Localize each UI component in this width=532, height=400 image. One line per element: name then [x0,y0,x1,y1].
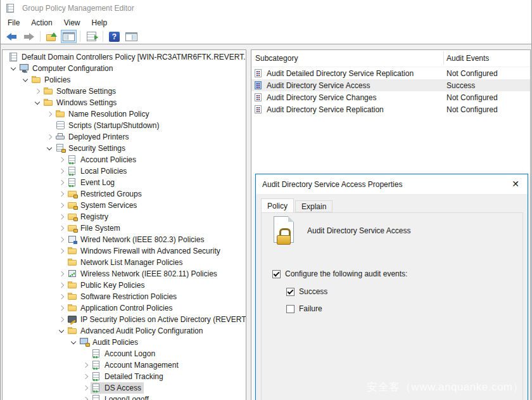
tree-chevron-icon[interactable] [56,247,66,255]
tree-item[interactable]: Application Control Policies [3,302,246,314]
column-header-audit-events[interactable]: Audit Events [446,54,489,63]
list-item[interactable]: Audit Detailed Directory Service Replica… [251,67,530,79]
tree-item[interactable]: Software Restriction Policies [3,291,246,302]
tree-item[interactable]: Event Log [3,177,246,188]
list-item[interactable]: Audit Directory Service Replication Not … [251,103,530,115]
tree-chevron-icon[interactable] [80,361,91,370]
list-item[interactable]: Audit Directory Service Access Success [251,79,530,91]
tree-chevron-icon[interactable] [56,258,66,267]
tree-chevron-icon[interactable] [8,64,18,73]
tree-item[interactable]: File System [3,223,246,234]
tree-chevron-icon[interactable] [56,326,66,335]
menu-help[interactable]: Help [86,17,113,29]
column-header-subcategory[interactable]: Subcategory [255,54,298,63]
menu-bar: File Action View Help [1,16,531,29]
tree-chevron-icon[interactable] [56,281,66,290]
tree-item[interactable]: Network List Manager Policies [3,257,246,268]
column-divider[interactable] [443,51,444,65]
tree-item[interactable]: Wired Network (IEEE 802.3) Policies [3,234,246,245]
tree-item[interactable]: Advanced Audit Policy Configuration [3,325,246,337]
tree-item[interactable]: Windows Firewall with Advanced Security [3,245,246,257]
tree-item[interactable]: Account Management [3,359,246,371]
tree-chevron-icon[interactable] [56,201,66,210]
tree-item[interactable]: IP Security Policies on Active Directory… [3,314,246,325]
action-pane-icon [125,32,137,41]
tree-item[interactable]: Public Key Policies [3,280,246,291]
tree-chevron-icon[interactable] [56,304,66,313]
checkbox-icon[interactable] [286,305,294,313]
tree-chevron-icon[interactable] [68,338,79,347]
tree-chevron-icon[interactable] [56,292,66,301]
show-action-pane-button[interactable] [124,30,139,43]
tree-chevron-icon[interactable] [56,235,66,244]
tree-chevron-icon[interactable] [56,212,66,221]
failure-label: Failure [299,304,322,313]
tree-item[interactable]: Account Policies [3,154,246,165]
close-icon[interactable]: ✕ [506,176,525,191]
tree-item[interactable]: Local Policies [3,165,246,177]
tree-item-label: Account Management [104,361,179,370]
tree-item[interactable]: Software Settings [3,86,246,97]
tree-chevron-icon[interactable] [44,110,54,119]
tree-item[interactable]: Scripts (Startup/Shutdown) [3,120,246,131]
tree-item[interactable]: Deployed Printers [3,131,246,143]
tree-item[interactable]: Policies [3,74,246,86]
failure-checkbox-row[interactable]: Failure [286,304,322,313]
tree-chevron-icon[interactable] [56,269,66,278]
toolbar-separator [80,31,80,42]
tree-chevron-icon[interactable] [80,384,91,392]
tree-item[interactable]: System Services [3,200,246,211]
tree-chevron-icon[interactable] [56,178,66,187]
subcategory-cell: Audit Directory Service Changes [267,93,376,102]
tree-chevron-icon[interactable] [20,75,30,84]
configure-audit-events-checkbox-row[interactable]: Configure the following audit events: [272,269,407,278]
menu-file[interactable]: File [2,17,25,29]
tree-chevron-icon[interactable] [56,167,66,176]
export-list-button[interactable] [84,30,99,43]
menu-view[interactable]: View [58,17,86,29]
help-button[interactable] [106,30,122,43]
back-button[interactable] [4,30,20,43]
tree-chevron-icon[interactable] [56,155,66,164]
folder-lock-icon [68,190,78,198]
tree-chevron-icon[interactable] [32,87,42,96]
checkbox-icon[interactable] [286,288,294,296]
tree-item-label: Default Domain Controllers Policy [WIN-R… [22,53,246,61]
tree-item[interactable]: Audit Policies [3,337,246,348]
tree-item[interactable]: Account Logon [3,348,246,359]
tree-item[interactable]: Restricted Groups [3,188,246,200]
tree-chevron-icon[interactable] [80,372,91,381]
tree-chevron-icon[interactable] [44,132,54,141]
tree-item[interactable]: Windows Settings [3,97,246,108]
checkbox-icon[interactable] [272,270,281,278]
success-checkbox-row[interactable]: Success [286,287,327,296]
tree-chevron-icon[interactable] [44,144,54,153]
tree-item[interactable]: DS Access [3,382,246,394]
configure-audit-events-label: Configure the following audit events: [285,269,407,278]
tree-item[interactable]: Computer Configuration [3,63,246,74]
list-item[interactable]: Audit Directory Service Changes Not Conf… [251,91,530,103]
tree-chevron-icon[interactable] [44,121,54,130]
tree-item[interactable]: Default Domain Controllers Policy [WIN-R… [3,51,246,63]
folder-up-icon [46,32,57,41]
tree-chevron-icon[interactable] [80,349,91,358]
tree-item[interactable]: Detailed Tracking [3,371,246,382]
tab-policy[interactable]: Policy [261,198,294,212]
tree-item[interactable]: Security Settings [3,143,246,154]
folder-lock-icon [68,212,78,221]
tree-chevron-icon[interactable] [56,224,66,233]
tree-item[interactable]: Wireless Network (IEEE 802.11) Policies [3,268,246,280]
tree-item[interactable]: Registry [3,211,246,223]
tree-chevron-icon[interactable] [32,98,42,107]
show-console-tree-button[interactable] [61,30,77,43]
tree-item[interactable]: Logon/Logoff [3,394,246,400]
menu-action[interactable]: Action [25,17,58,29]
tree-chevron-icon[interactable] [80,395,91,400]
tab-explain[interactable]: Explain [295,200,332,212]
toolbar-separator [103,31,103,42]
tree-chevron-icon[interactable] [56,315,66,324]
tree-item[interactable]: Name Resolution Policy [3,108,246,120]
up-one-level-button[interactable] [44,30,60,43]
forward-button[interactable] [21,30,37,43]
tree-chevron-icon[interactable] [56,190,66,198]
